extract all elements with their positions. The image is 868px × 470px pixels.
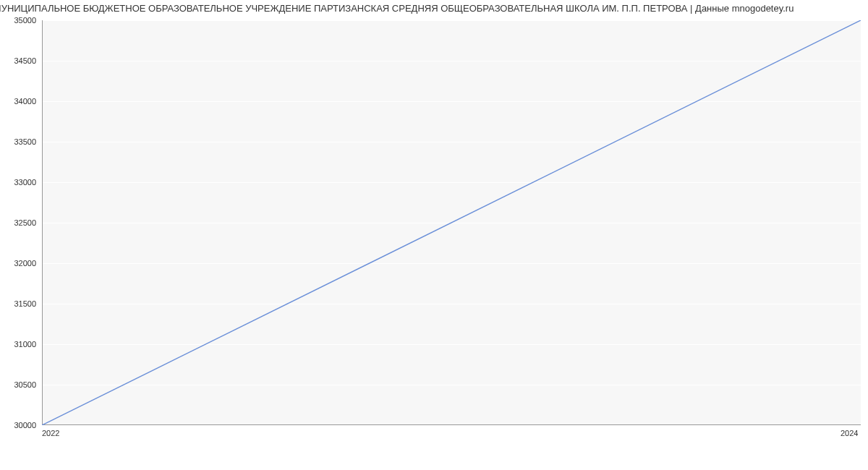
chart-title: ЗАРПЛАТА В МУНИЦИПАЛЬНОЕ БЮДЖЕТНОЕ ОБРАЗ… [0, 0, 793, 14]
y-tick-label: 35000 [0, 16, 36, 25]
y-tick-label: 34000 [0, 97, 36, 106]
gridline [42, 425, 861, 426]
y-tick-label: 32500 [0, 218, 36, 227]
y-tick-label: 31000 [0, 340, 36, 349]
y-tick-label: 30000 [0, 421, 36, 430]
data-line [42, 20, 861, 425]
y-tick-label: 33500 [0, 137, 36, 146]
y-tick-label: 31500 [0, 299, 36, 308]
y-tick-label: 34500 [0, 56, 36, 65]
x-tick-label: 2022 [42, 429, 59, 437]
chart-plot-area: 3000030500310003150032000325003300033500… [42, 20, 861, 425]
y-tick-label: 32000 [0, 259, 36, 268]
x-tick-label: 2024 [841, 429, 858, 437]
y-tick-label: 30500 [0, 380, 36, 389]
y-tick-label: 33000 [0, 178, 36, 187]
